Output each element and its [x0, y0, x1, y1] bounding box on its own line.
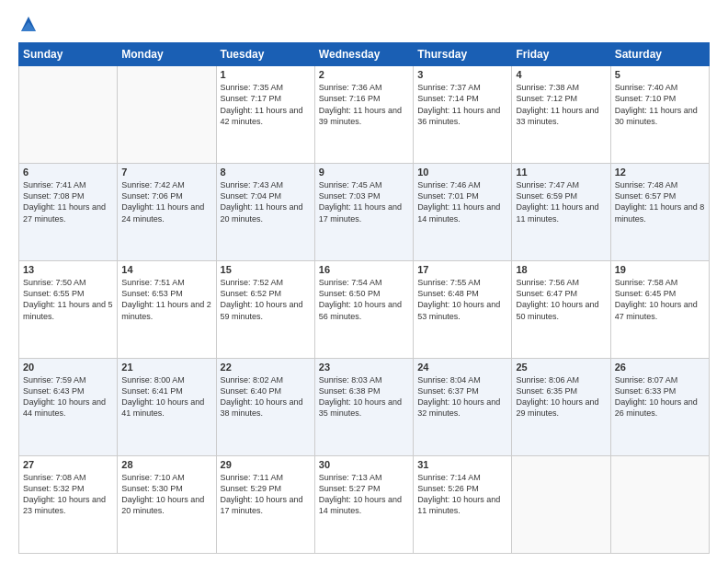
- weekday-header-row: SundayMondayTuesdayWednesdayThursdayFrid…: [19, 43, 710, 66]
- day-info: Sunrise: 8:02 AM Sunset: 6:40 PM Dayligh…: [221, 374, 311, 419]
- weekday-header-monday: Monday: [118, 43, 216, 66]
- logo-icon: [19, 15, 38, 33]
- page: SundayMondayTuesdayWednesdayThursdayFrid…: [0, 0, 728, 563]
- day-info: Sunrise: 7:42 AM Sunset: 7:06 PM Dayligh…: [121, 179, 211, 224]
- day-info: Sunrise: 7:46 AM Sunset: 7:01 PM Dayligh…: [417, 179, 507, 224]
- day-info: Sunrise: 7:10 AM Sunset: 5:30 PM Dayligh…: [121, 472, 211, 517]
- calendar-cell: 20Sunrise: 7:59 AM Sunset: 6:43 PM Dayli…: [19, 359, 118, 456]
- calendar-cell: 30Sunrise: 7:13 AM Sunset: 5:27 PM Dayli…: [314, 456, 413, 554]
- day-number: 23: [319, 362, 409, 373]
- day-number: 3: [417, 69, 507, 80]
- day-number: 4: [516, 69, 606, 80]
- day-number: 26: [615, 362, 705, 373]
- calendar-cell: [512, 456, 610, 554]
- calendar-cell: [610, 456, 709, 554]
- calendar-cell: 29Sunrise: 7:11 AM Sunset: 5:29 PM Dayli…: [216, 456, 314, 554]
- day-number: 29: [221, 459, 311, 470]
- calendar-cell: 27Sunrise: 7:08 AM Sunset: 5:32 PM Dayli…: [19, 456, 118, 554]
- day-number: 9: [319, 167, 409, 178]
- calendar-cell: 26Sunrise: 8:07 AM Sunset: 6:33 PM Dayli…: [610, 359, 709, 456]
- weekday-header-wednesday: Wednesday: [314, 43, 413, 66]
- day-info: Sunrise: 7:51 AM Sunset: 6:53 PM Dayligh…: [121, 277, 211, 322]
- day-number: 17: [417, 264, 507, 275]
- calendar-cell: 3Sunrise: 7:37 AM Sunset: 7:14 PM Daylig…: [414, 66, 512, 164]
- day-number: 25: [516, 362, 606, 373]
- calendar-cell: 5Sunrise: 7:40 AM Sunset: 7:10 PM Daylig…: [610, 66, 709, 164]
- weekday-header-sunday: Sunday: [19, 43, 118, 66]
- day-info: Sunrise: 7:43 AM Sunset: 7:04 PM Dayligh…: [221, 179, 311, 224]
- day-number: 30: [319, 459, 409, 470]
- calendar-table: SundayMondayTuesdayWednesdayThursdayFrid…: [18, 42, 710, 554]
- calendar-cell: 4Sunrise: 7:38 AM Sunset: 7:12 PM Daylig…: [512, 66, 610, 164]
- calendar-cell: 22Sunrise: 8:02 AM Sunset: 6:40 PM Dayli…: [216, 359, 314, 456]
- calendar-cell: 2Sunrise: 7:36 AM Sunset: 7:16 PM Daylig…: [314, 66, 413, 164]
- calendar-cell: 14Sunrise: 7:51 AM Sunset: 6:53 PM Dayli…: [118, 261, 216, 359]
- day-info: Sunrise: 7:14 AM Sunset: 5:26 PM Dayligh…: [417, 472, 507, 517]
- day-number: 19: [615, 264, 705, 275]
- logo-text: [18, 15, 39, 33]
- calendar-cell: 24Sunrise: 8:04 AM Sunset: 6:37 PM Dayli…: [414, 359, 512, 456]
- calendar-cell: 7Sunrise: 7:42 AM Sunset: 7:06 PM Daylig…: [118, 164, 216, 261]
- calendar-cell: 9Sunrise: 7:45 AM Sunset: 7:03 PM Daylig…: [314, 164, 413, 261]
- weekday-header-saturday: Saturday: [610, 43, 709, 66]
- day-info: Sunrise: 8:00 AM Sunset: 6:41 PM Dayligh…: [121, 374, 211, 419]
- day-number: 2: [319, 69, 409, 80]
- day-number: 16: [319, 264, 409, 275]
- day-number: 1: [221, 69, 311, 80]
- day-info: Sunrise: 7:59 AM Sunset: 6:43 PM Dayligh…: [23, 374, 113, 419]
- day-number: 20: [23, 362, 113, 373]
- day-info: Sunrise: 7:54 AM Sunset: 6:50 PM Dayligh…: [319, 277, 409, 322]
- calendar-cell: 21Sunrise: 8:00 AM Sunset: 6:41 PM Dayli…: [118, 359, 216, 456]
- calendar-cell: 1Sunrise: 7:35 AM Sunset: 7:17 PM Daylig…: [216, 66, 314, 164]
- week-row-4: 20Sunrise: 7:59 AM Sunset: 6:43 PM Dayli…: [19, 359, 710, 456]
- calendar-cell: 11Sunrise: 7:47 AM Sunset: 6:59 PM Dayli…: [512, 164, 610, 261]
- calendar-cell: [118, 66, 216, 164]
- day-number: 7: [121, 167, 211, 178]
- calendar-cell: 31Sunrise: 7:14 AM Sunset: 5:26 PM Dayli…: [414, 456, 512, 554]
- day-info: Sunrise: 7:35 AM Sunset: 7:17 PM Dayligh…: [221, 82, 311, 127]
- calendar-cell: 6Sunrise: 7:41 AM Sunset: 7:08 PM Daylig…: [19, 164, 118, 261]
- header: [18, 15, 710, 33]
- day-number: 15: [221, 264, 311, 275]
- weekday-header-thursday: Thursday: [414, 43, 512, 66]
- day-info: Sunrise: 7:38 AM Sunset: 7:12 PM Dayligh…: [516, 82, 606, 127]
- day-number: 24: [417, 362, 507, 373]
- day-number: 27: [23, 459, 113, 470]
- day-number: 28: [121, 459, 211, 470]
- calendar-cell: 17Sunrise: 7:55 AM Sunset: 6:48 PM Dayli…: [414, 261, 512, 359]
- day-info: Sunrise: 7:08 AM Sunset: 5:32 PM Dayligh…: [23, 472, 113, 517]
- calendar-cell: 19Sunrise: 7:58 AM Sunset: 6:45 PM Dayli…: [610, 261, 709, 359]
- day-number: 12: [615, 167, 705, 178]
- day-info: Sunrise: 7:37 AM Sunset: 7:14 PM Dayligh…: [417, 82, 507, 127]
- day-info: Sunrise: 7:56 AM Sunset: 6:47 PM Dayligh…: [516, 277, 606, 322]
- day-info: Sunrise: 7:11 AM Sunset: 5:29 PM Dayligh…: [221, 472, 311, 517]
- day-number: 8: [221, 167, 311, 178]
- calendar-cell: 12Sunrise: 7:48 AM Sunset: 6:57 PM Dayli…: [610, 164, 709, 261]
- calendar-cell: 13Sunrise: 7:50 AM Sunset: 6:55 PM Dayli…: [19, 261, 118, 359]
- day-info: Sunrise: 7:40 AM Sunset: 7:10 PM Dayligh…: [615, 82, 705, 127]
- day-info: Sunrise: 7:41 AM Sunset: 7:08 PM Dayligh…: [23, 179, 113, 224]
- day-number: 18: [516, 264, 606, 275]
- calendar-cell: 28Sunrise: 7:10 AM Sunset: 5:30 PM Dayli…: [118, 456, 216, 554]
- weekday-header-tuesday: Tuesday: [216, 43, 314, 66]
- calendar-cell: 16Sunrise: 7:54 AM Sunset: 6:50 PM Dayli…: [314, 261, 413, 359]
- day-info: Sunrise: 7:36 AM Sunset: 7:16 PM Dayligh…: [319, 82, 409, 127]
- week-row-1: 1Sunrise: 7:35 AM Sunset: 7:17 PM Daylig…: [19, 66, 710, 164]
- calendar-cell: 15Sunrise: 7:52 AM Sunset: 6:52 PM Dayli…: [216, 261, 314, 359]
- logo: [18, 15, 39, 33]
- day-info: Sunrise: 7:52 AM Sunset: 6:52 PM Dayligh…: [221, 277, 311, 322]
- calendar-cell: 8Sunrise: 7:43 AM Sunset: 7:04 PM Daylig…: [216, 164, 314, 261]
- day-number: 21: [121, 362, 211, 373]
- week-row-5: 27Sunrise: 7:08 AM Sunset: 5:32 PM Dayli…: [19, 456, 710, 554]
- day-info: Sunrise: 7:45 AM Sunset: 7:03 PM Dayligh…: [319, 179, 409, 224]
- day-info: Sunrise: 7:48 AM Sunset: 6:57 PM Dayligh…: [615, 179, 705, 224]
- day-number: 31: [417, 459, 507, 470]
- svg-marker-1: [21, 22, 36, 31]
- day-info: Sunrise: 8:03 AM Sunset: 6:38 PM Dayligh…: [319, 374, 409, 419]
- day-info: Sunrise: 7:47 AM Sunset: 6:59 PM Dayligh…: [516, 179, 606, 224]
- calendar-cell: 23Sunrise: 8:03 AM Sunset: 6:38 PM Dayli…: [314, 359, 413, 456]
- calendar-cell: 25Sunrise: 8:06 AM Sunset: 6:35 PM Dayli…: [512, 359, 610, 456]
- calendar-cell: [19, 66, 118, 164]
- week-row-3: 13Sunrise: 7:50 AM Sunset: 6:55 PM Dayli…: [19, 261, 710, 359]
- day-number: 14: [121, 264, 211, 275]
